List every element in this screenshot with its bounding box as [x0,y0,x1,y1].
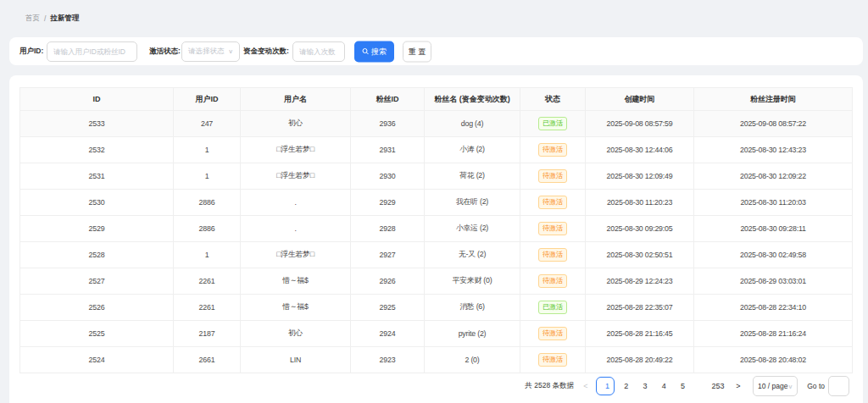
status-tag: 已激活 [538,301,567,314]
status-cell: 待激活 [520,190,586,216]
user-id-cell: 2261 [174,268,241,295]
status-cell: 待激活 [520,242,586,268]
column-header: 用户ID [174,88,241,111]
page-size-select[interactable]: 10 / page ∨ [753,376,798,396]
created-at-cell: 2025-08-30 12:09:49 [586,163,694,190]
data-table: ID用户ID用户名粉丝ID粉丝名 (资金变动次数)状态创建时间粉丝注册时间 25… [19,87,853,373]
user-id-cell: 247 [174,111,241,137]
user-id-input[interactable] [47,41,137,62]
user-id-label: 用户ID: [19,47,43,57]
user-name-cell: 惜～福$ [241,295,351,321]
table-card: ID用户ID用户名粉丝ID粉丝名 (资金变动次数)状态创建时间粉丝注册时间 25… [9,75,863,403]
user-id-cell: 2261 [174,295,241,321]
fan-name-cell: 小幸运 (2) [425,216,520,242]
column-header: 粉丝ID [351,88,425,111]
user-id-cell: 2886 [174,190,241,216]
page-button-3[interactable]: 3 [634,377,653,395]
column-header: 用户名 [241,88,351,111]
page: 首页 / 拉新管理 用户ID: 激活状态: 请选择状态 ∨ 资金变动次数: 搜索… [0,0,868,403]
status-cell: 待激活 [520,216,586,242]
fan-name-cell: dog (4) [425,111,520,137]
prev-page-button[interactable]: < [576,377,595,395]
id-cell: 2530 [20,190,174,216]
fan-name-cell: 2 (0) [425,347,520,373]
pagination-total: 共 2528 条数据 [525,381,574,391]
status-cell: 待激活 [520,347,586,373]
column-header: 创建时间 [586,88,694,111]
status-tag: 待激活 [538,169,567,183]
id-cell: 2526 [20,295,174,321]
page-size-value: 10 / page [758,382,787,390]
fan-id-cell: 2923 [351,347,425,373]
goto-label: Go to [807,382,825,390]
page-button-4[interactable]: 4 [653,377,671,395]
page-button-1[interactable]: 1 [596,377,615,395]
fan-id-cell: 2927 [351,242,425,268]
next-page-button[interactable]: > [729,377,748,395]
breadcrumb-home[interactable]: 首页 [25,14,40,24]
goto-page-input[interactable] [828,376,849,396]
registered-at-cell: 2025-08-28 22:34:10 [694,295,853,321]
fan-name-cell: 消愁 (6) [425,295,520,321]
table-row: 25321□浮生若梦□2931小涛 (2)待激活2025-08-30 12:44… [20,137,853,163]
status-cell: 待激活 [520,163,586,190]
registered-at-cell: 2025-08-30 12:09:22 [694,163,853,190]
page-button-5[interactable]: 5 [671,377,690,395]
id-cell: 2533 [20,111,174,137]
user-name-cell: 初心 [241,111,351,137]
chevron-down-icon: ∨ [787,383,793,389]
pagination-ellipsis[interactable] [690,377,709,395]
table-header-row: ID用户ID用户名粉丝ID粉丝名 (资金变动次数)状态创建时间粉丝注册时间 [20,88,853,111]
user-name-cell: . [241,190,351,216]
search-icon [362,48,369,55]
user-name-cell: □浮生若梦□ [241,163,351,190]
created-at-cell: 2025-08-30 09:29:05 [586,216,694,242]
status-select-placeholder: 请选择状态 [188,47,228,57]
created-at-cell: 2025-08-30 12:44:06 [586,137,694,163]
table-row: 25292886.2928小幸运 (2)待激活2025-08-30 09:29:… [20,216,853,242]
status-tag: 待激活 [538,143,567,157]
user-name-cell: 惜～福$ [241,268,351,295]
table-row: 2533247初心2936dog (4)已激活2025-09-08 08:57:… [20,111,853,137]
status-tag: 已激活 [538,117,567,130]
registered-at-cell: 2025-08-30 09:28:11 [694,216,853,242]
fan-id-cell: 2936 [351,111,425,137]
table-body: 2533247初心2936dog (4)已激活2025-09-08 08:57:… [20,111,853,373]
column-header: ID [20,88,174,111]
fan-id-cell: 2931 [351,137,425,163]
registered-at-cell: 2025-08-30 11:20:03 [694,190,853,216]
registered-at-cell: 2025-08-29 03:03:01 [694,268,853,295]
status-select[interactable]: 请选择状态 ∨ [181,41,240,62]
fan-id-cell: 2928 [351,216,425,242]
column-header: 粉丝注册时间 [694,88,853,111]
user-id-cell: 2661 [174,347,241,373]
table-row: 25262261惜～福$2925消愁 (6)已激活2025-08-28 22:3… [20,295,853,321]
times-input[interactable] [292,41,345,62]
created-at-cell: 2025-08-28 22:35:07 [586,295,694,321]
user-id-cell: 2187 [174,321,241,347]
status-tag: 待激活 [538,248,567,262]
created-at-cell: 2025-08-28 21:16:45 [586,321,694,347]
created-at-cell: 2025-08-29 12:24:23 [586,268,694,295]
user-name-cell: LIN [241,347,351,373]
id-cell: 2524 [20,347,174,373]
reset-button-label: 重 置 [409,46,426,57]
table-row: 25302886.2929我在听 (2)待激活2025-08-30 11:20:… [20,190,853,216]
registered-at-cell: 2025-08-30 12:43:23 [694,137,853,163]
registered-at-cell: 2025-08-28 20:48:02 [694,347,853,373]
registered-at-cell: 2025-09-08 08:57:22 [694,111,853,137]
search-button[interactable]: 搜索 [354,41,394,62]
fan-id-cell: 2925 [351,295,425,321]
last-page-button[interactable]: 253 [709,377,727,395]
page-button-2[interactable]: 2 [615,377,633,395]
status-cell: 待激活 [520,137,586,163]
reset-button[interactable]: 重 置 [403,41,431,62]
column-header: 状态 [520,88,586,111]
status-cell: 已激活 [520,111,586,137]
user-name-cell: . [241,216,351,242]
id-cell: 2532 [20,137,174,163]
id-cell: 2531 [20,163,174,190]
fan-name-cell: 我在听 (2) [425,190,520,216]
table-row: 25252187初心2924pyrite (2)待激活2025-08-28 21… [20,321,853,347]
fan-id-cell: 2930 [351,163,425,190]
